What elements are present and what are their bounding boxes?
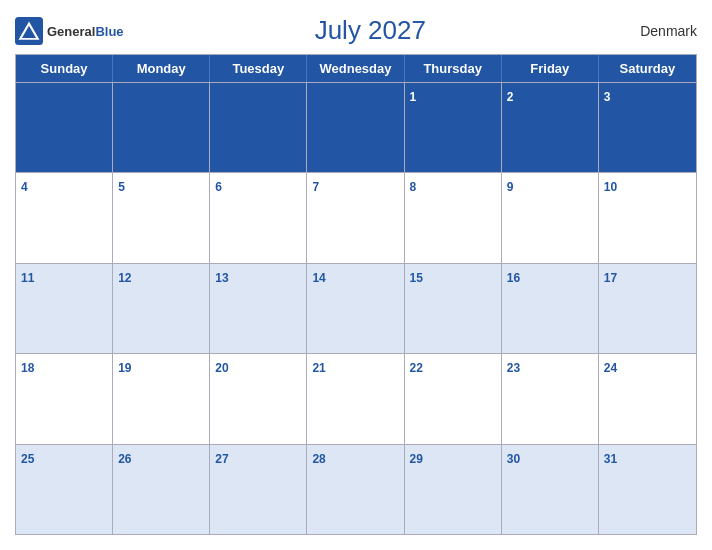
- day-number: 6: [215, 180, 222, 194]
- calendar-cell: [307, 83, 404, 172]
- calendar-cell: 30: [502, 445, 599, 534]
- weekday-header-cell: Thursday: [405, 55, 502, 82]
- calendar-cell: [113, 83, 210, 172]
- calendar-week-row: 123: [16, 82, 696, 172]
- day-number: 2: [507, 90, 514, 104]
- calendar-page: GeneralBlue July 2027 Denmark SundayMond…: [0, 0, 712, 550]
- day-number: 21: [312, 361, 325, 375]
- calendar-cell: 31: [599, 445, 696, 534]
- calendar-cell: 11: [16, 264, 113, 353]
- day-number: 5: [118, 180, 125, 194]
- day-number: 19: [118, 361, 131, 375]
- weekday-header-cell: Wednesday: [307, 55, 404, 82]
- calendar-cell: 19: [113, 354, 210, 443]
- calendar-cell: 16: [502, 264, 599, 353]
- day-number: 20: [215, 361, 228, 375]
- calendar-cell: 9: [502, 173, 599, 262]
- weekday-header-cell: Monday: [113, 55, 210, 82]
- calendar-cell: 26: [113, 445, 210, 534]
- day-number: 18: [21, 361, 34, 375]
- page-header: GeneralBlue July 2027 Denmark: [15, 10, 697, 54]
- day-number: 31: [604, 452, 617, 466]
- calendar-cell: 20: [210, 354, 307, 443]
- weekday-header-cell: Tuesday: [210, 55, 307, 82]
- day-number: 24: [604, 361, 617, 375]
- weekday-header-cell: Friday: [502, 55, 599, 82]
- day-number: 15: [410, 271, 423, 285]
- calendar-cell: 8: [405, 173, 502, 262]
- day-number: 11: [21, 271, 34, 285]
- day-number: 28: [312, 452, 325, 466]
- day-number: 22: [410, 361, 423, 375]
- calendar-cell: 17: [599, 264, 696, 353]
- calendar-week-row: 18192021222324: [16, 353, 696, 443]
- calendar-cell: 25: [16, 445, 113, 534]
- calendar-cell: 5: [113, 173, 210, 262]
- calendar-cell: [16, 83, 113, 172]
- calendar-week-row: 45678910: [16, 172, 696, 262]
- page-title: July 2027: [124, 15, 617, 46]
- calendar-cell: 21: [307, 354, 404, 443]
- calendar-cell: 3: [599, 83, 696, 172]
- calendar-cell: 1: [405, 83, 502, 172]
- day-number: 30: [507, 452, 520, 466]
- day-number: 14: [312, 271, 325, 285]
- calendar-cell: 23: [502, 354, 599, 443]
- calendar-cell: 15: [405, 264, 502, 353]
- calendar-cell: 18: [16, 354, 113, 443]
- day-number: 12: [118, 271, 131, 285]
- calendar-week-row: 25262728293031: [16, 444, 696, 534]
- logo: GeneralBlue: [15, 17, 124, 45]
- calendar-cell: 6: [210, 173, 307, 262]
- calendar-cell: 29: [405, 445, 502, 534]
- calendar-cell: 7: [307, 173, 404, 262]
- day-number: 26: [118, 452, 131, 466]
- calendar-cell: 2: [502, 83, 599, 172]
- day-number: 3: [604, 90, 611, 104]
- calendar-cell: 12: [113, 264, 210, 353]
- day-number: 25: [21, 452, 34, 466]
- weekday-header-row: SundayMondayTuesdayWednesdayThursdayFrid…: [16, 55, 696, 82]
- calendar-cell: 22: [405, 354, 502, 443]
- day-number: 29: [410, 452, 423, 466]
- calendar-cell: 24: [599, 354, 696, 443]
- logo-label: GeneralBlue: [47, 22, 124, 40]
- day-number: 27: [215, 452, 228, 466]
- calendar-body: 1234567891011121314151617181920212223242…: [16, 82, 696, 534]
- day-number: 8: [410, 180, 417, 194]
- weekday-header-cell: Sunday: [16, 55, 113, 82]
- day-number: 9: [507, 180, 514, 194]
- calendar-cell: 28: [307, 445, 404, 534]
- day-number: 4: [21, 180, 28, 194]
- day-number: 1: [410, 90, 417, 104]
- calendar-cell: 27: [210, 445, 307, 534]
- calendar-cell: 13: [210, 264, 307, 353]
- calendar-grid: SundayMondayTuesdayWednesdayThursdayFrid…: [15, 54, 697, 535]
- day-number: 17: [604, 271, 617, 285]
- day-number: 10: [604, 180, 617, 194]
- calendar-cell: 10: [599, 173, 696, 262]
- day-number: 7: [312, 180, 319, 194]
- calendar-week-row: 11121314151617: [16, 263, 696, 353]
- calendar-cell: 14: [307, 264, 404, 353]
- day-number: 23: [507, 361, 520, 375]
- country-label: Denmark: [617, 23, 697, 39]
- logo-icon: [15, 17, 43, 45]
- day-number: 13: [215, 271, 228, 285]
- weekday-header-cell: Saturday: [599, 55, 696, 82]
- calendar-cell: [210, 83, 307, 172]
- calendar-cell: 4: [16, 173, 113, 262]
- day-number: 16: [507, 271, 520, 285]
